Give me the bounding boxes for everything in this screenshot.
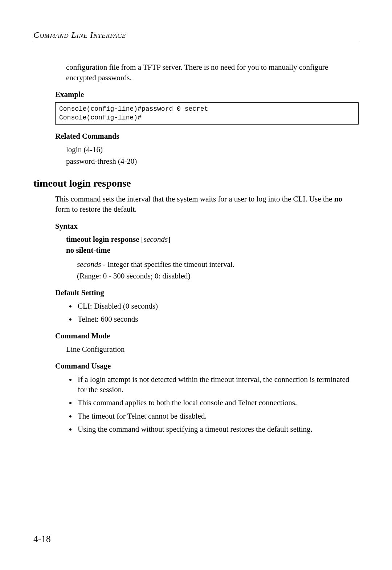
default-setting-heading: Default Setting [55,288,359,298]
usage-list: If a login attempt is not detected withi… [66,374,359,435]
carryover-paragraph: configuration file from a TFTP server. T… [66,62,359,83]
command-mode-text: Line Configuration [66,344,359,354]
code-line-1: Console(config-line)#password 0 secret [59,105,208,113]
syntax-line-2: no silent-time [66,245,359,255]
usage-item-1: If a login attempt is not detected withi… [76,374,359,395]
command-mode-heading: Command Mode [55,331,359,341]
usage-item-3: The timeout for Telnet cannot be disable… [76,411,359,421]
header-rule [33,43,359,43]
section-title: timeout login response [33,176,359,190]
example-heading: Example [55,89,359,99]
usage-item-2: This command applies to both the local c… [76,398,359,408]
section-intro-b: form to restore the default. [55,205,137,213]
page: Command Line Interface configuration fil… [0,0,392,570]
command-usage-heading: Command Usage [55,361,359,371]
syntax-arg-seconds: seconds [144,235,168,244]
related-commands-heading: Related Commands [55,131,359,141]
default-item-2: Telnet: 600 seconds [76,314,359,324]
default-item-1: CLI: Disabled (0 seconds) [76,301,359,311]
related-command-2: password-thresh (4-20) [66,156,359,166]
syntax-param-desc: seconds - Integer that specifies the tim… [77,259,359,269]
code-line-2: Console(config-line)# [59,114,142,121]
syntax-heading: Syntax [55,221,359,231]
example-code: Console(config-line)#password 0 secret C… [55,102,359,125]
syntax-bracket-close: ] [168,235,170,244]
default-list: CLI: Disabled (0 seconds) Telnet: 600 se… [66,301,359,325]
syntax-range: (Range: 0 - 300 seconds; 0: disabled) [77,271,359,281]
syntax-command: timeout login response [66,235,139,244]
syntax-param-text: - Integer that specifies the timeout int… [101,260,234,269]
section-intro-a: This command sets the interval that the … [55,195,334,203]
usage-item-4: Using the command without specifying a t… [76,424,359,434]
related-command-1: login (4-16) [66,144,359,155]
page-number: 4-18 [33,533,51,545]
section-intro-bold: no [334,195,342,203]
syntax-bracket-open: [ [141,235,144,244]
section-intro: This command sets the interval that the … [55,194,359,215]
syntax-line-1: timeout login response [seconds] [66,234,359,244]
syntax-param-name: seconds [77,260,101,269]
syntax-no-form: no silent-time [66,246,110,255]
running-header: Command Line Interface [33,29,359,41]
